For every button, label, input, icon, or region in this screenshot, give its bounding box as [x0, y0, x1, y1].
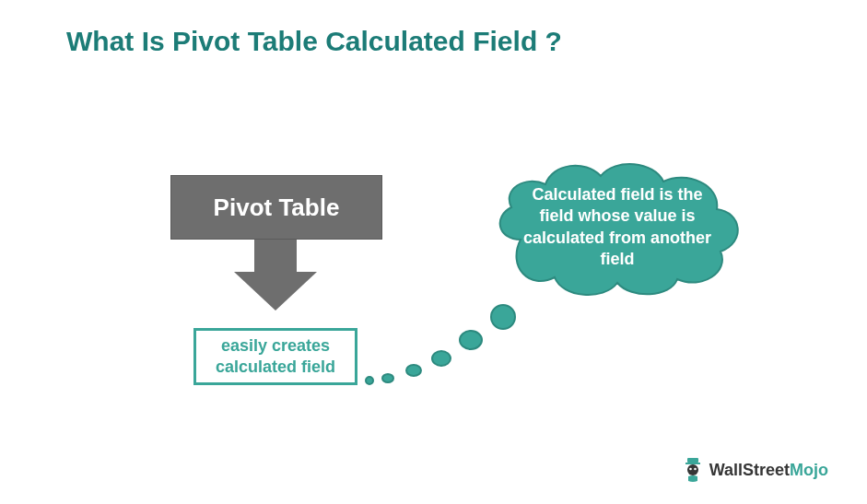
svg-rect-0 — [687, 458, 698, 463]
svg-point-3 — [689, 468, 692, 471]
logo-icon — [682, 456, 704, 484]
svg-point-4 — [694, 468, 697, 471]
brand-logo: WallStreetMojo — [682, 456, 828, 484]
result-box: easily creates calculated field — [193, 328, 357, 385]
thought-bubble-icon — [459, 330, 483, 350]
thought-bubble-icon — [490, 304, 516, 330]
svg-rect-1 — [685, 463, 700, 464]
thought-bubble-icon — [365, 376, 374, 385]
arrow-stem — [254, 240, 297, 273]
svg-point-2 — [687, 464, 698, 475]
pivot-table-box: Pivot Table — [170, 175, 382, 240]
cloud-text: Calculated field is the field whose valu… — [518, 184, 717, 271]
thought-bubble-icon — [431, 350, 451, 367]
logo-text: WallStreetMojo — [709, 461, 828, 480]
thought-cloud: Calculated field is the field whose valu… — [479, 152, 756, 304]
logo-text-main: WallStreet — [709, 461, 790, 479]
logo-text-accent: Mojo — [790, 461, 828, 479]
arrow-down-icon — [234, 272, 317, 311]
thought-bubble-icon — [381, 373, 394, 383]
page-title: What Is Pivot Table Calculated Field ? — [66, 26, 562, 57]
thought-bubble-icon — [405, 364, 422, 377]
